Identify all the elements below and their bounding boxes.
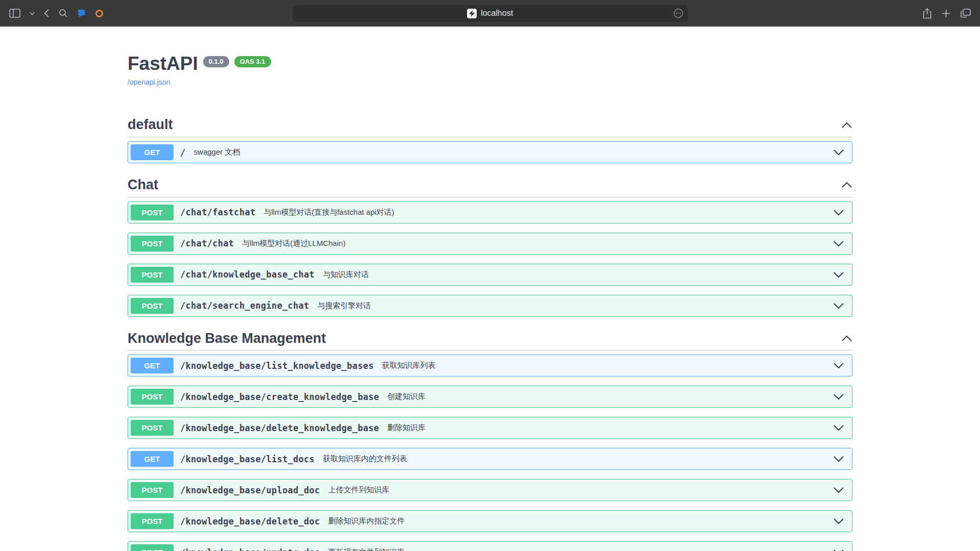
method-badge: POST	[131, 544, 174, 551]
operation-row[interactable]: POST /chat/knowledge_base_chat 与知识库对话	[128, 264, 852, 286]
method-badge: POST	[131, 482, 174, 498]
operation-row[interactable]: GET / swagger 文档	[128, 141, 852, 163]
chevron-down-icon	[833, 487, 844, 493]
operation-row[interactable]: POST /knowledge_base/update_doc 更新现有文件到知…	[128, 541, 852, 551]
blue-extension-icon	[77, 9, 86, 18]
toolbar-right	[923, 0, 971, 27]
new-tab-icon	[942, 9, 950, 18]
search-icon	[59, 9, 68, 18]
chevron-down-icon	[833, 303, 844, 309]
page-menu-icon[interactable]	[673, 8, 683, 18]
operation-summary: 更新现有文件到知识库	[328, 547, 405, 551]
method-badge: GET	[131, 144, 174, 160]
tab-overview-button[interactable]	[961, 9, 971, 18]
chevron-down-icon	[833, 424, 844, 431]
operation-row[interactable]: POST /knowledge_base/create_knowledge_ba…	[128, 386, 852, 408]
operation-summary: 创建知识库	[387, 392, 426, 402]
orange-extension-button[interactable]	[95, 9, 104, 18]
api-title: FastAPI	[128, 53, 198, 75]
operation-summary: 上传文件到知识库	[328, 485, 389, 495]
operation-path: /knowledge_base/upload_doc	[180, 485, 320, 495]
openapi-json-link[interactable]: /openapi.json	[128, 78, 170, 86]
operation-path: /	[180, 147, 186, 158]
section-title: Knowledge Base Management	[128, 331, 326, 346]
oas-badge: OAS 3.1	[234, 56, 271, 67]
operation-row[interactable]: POST /knowledge_base/delete_doc 删除知识库内指定…	[128, 510, 852, 532]
method-badge: POST	[131, 513, 174, 529]
operation-row[interactable]: POST /knowledge_base/delete_knowledge_ba…	[128, 417, 852, 439]
section-default: default GET / swagger 文档	[128, 112, 852, 163]
chevron-down-icon	[833, 456, 844, 462]
section-title: default	[128, 117, 173, 133]
share-button[interactable]	[923, 8, 932, 19]
operation-summary: swagger 文档	[194, 147, 240, 157]
method-badge: POST	[131, 389, 174, 405]
operation-path: /chat/knowledge_base_chat	[180, 269, 314, 280]
section-chat: Chat POST /chat/fastchat 与llm模型对话(直接与fas…	[128, 172, 852, 317]
orange-extension-icon	[95, 9, 104, 18]
operation-path: /knowledge_base/create_knowledge_base	[180, 392, 379, 402]
sidebar-icon	[9, 9, 20, 18]
operation-row[interactable]: POST /chat/chat 与llm模型对话(通过LLMChain)	[128, 233, 852, 255]
chevron-down-icon	[30, 12, 35, 15]
operation-path: /chat/search_engine_chat	[180, 300, 309, 311]
operation-path: /chat/fastchat	[180, 207, 256, 217]
section-header-chat[interactable]: Chat	[128, 172, 852, 197]
operation-summary: 获取知识库内的文件列表	[323, 454, 407, 464]
operation-row[interactable]: GET /knowledge_base/list_knowledge_bases…	[128, 355, 852, 377]
method-badge: POST	[131, 298, 174, 314]
section-title: Chat	[128, 178, 158, 193]
version-badge: 0.1.0	[203, 56, 229, 67]
chevron-down-icon	[833, 240, 844, 247]
tab-overview-icon	[961, 9, 971, 18]
section-header-knowledge-base-management[interactable]: Knowledge Base Management	[128, 326, 852, 351]
toolbar-left	[9, 0, 104, 27]
operation-row[interactable]: POST /chat/search_engine_chat 与搜索引擎对话	[128, 295, 852, 317]
chevron-down-icon	[833, 209, 844, 216]
method-badge: POST	[131, 420, 174, 436]
operation-row[interactable]: GET /knowledge_base/list_docs 获取知识库内的文件列…	[128, 448, 852, 470]
operation-summary: 删除知识库	[387, 423, 426, 433]
operation-path: /knowledge_base/list_knowledge_bases	[180, 361, 374, 371]
url-text: localhost	[481, 9, 513, 18]
operation-path: /knowledge_base/list_docs	[180, 454, 314, 464]
search-button[interactable]	[59, 9, 68, 18]
section-knowledge-base-management: Knowledge Base Management GET /knowledge…	[128, 326, 852, 551]
operation-row[interactable]: POST /chat/fastchat 与llm模型对话(直接与fastchat…	[128, 202, 852, 223]
chevron-down-icon	[833, 149, 844, 156]
method-badge: POST	[131, 236, 174, 252]
url-bar[interactable]: localhost	[292, 5, 688, 22]
operation-path: /knowledge_base/delete_knowledge_base	[180, 423, 379, 433]
chevron-down-icon	[833, 393, 844, 400]
operation-path: /chat/chat	[180, 238, 234, 248]
chevron-down-icon	[833, 362, 844, 369]
chevron-down-icon	[833, 518, 844, 524]
swagger-ui: FastAPI 0.1.0 OAS 3.1 /openapi.json defa…	[128, 27, 852, 551]
sidebar-menu-button[interactable]	[30, 12, 35, 15]
back-icon	[44, 9, 50, 18]
blue-extension-button[interactable]	[77, 9, 86, 18]
method-badge: POST	[131, 267, 174, 283]
operation-summary: 获取知识库列表	[382, 361, 435, 370]
operation-summary: 删除知识库内指定文件	[328, 516, 405, 526]
method-badge: GET	[131, 358, 174, 373]
sidebar-toggle-button[interactable]	[9, 9, 20, 18]
operation-summary: 与llm模型对话(通过LLMChain)	[242, 239, 346, 248]
page-title: FastAPI 0.1.0 OAS 3.1	[128, 53, 852, 75]
operation-row[interactable]: POST /knowledge_base/upload_doc 上传文件到知识库	[128, 479, 852, 501]
browser-chrome: localhost	[0, 0, 980, 27]
back-button[interactable]	[44, 9, 50, 18]
method-badge: POST	[131, 205, 174, 220]
operation-summary: 与llm模型对话(直接与fastchat api对话)	[264, 208, 395, 217]
api-info: FastAPI 0.1.0 OAS 3.1 /openapi.json	[128, 53, 852, 87]
operation-summary: 与搜索引擎对话	[317, 301, 371, 311]
method-badge: GET	[131, 451, 174, 467]
chevron-down-icon	[833, 271, 844, 278]
chevron-up-icon	[841, 182, 852, 188]
operation-summary: 与知识库对话	[323, 270, 369, 280]
chevron-up-icon	[841, 122, 852, 129]
operation-path: /knowledge_base/delete_doc	[180, 516, 320, 527]
chevron-up-icon	[841, 335, 852, 342]
new-tab-button[interactable]	[942, 9, 950, 18]
section-header-default[interactable]: default	[128, 112, 852, 137]
